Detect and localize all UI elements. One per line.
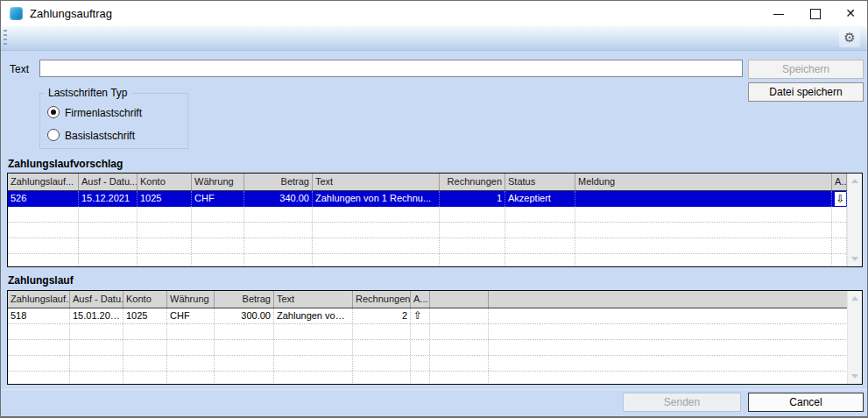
text-input[interactable] — [39, 60, 743, 77]
table-cell — [192, 207, 244, 222]
column-header[interactable]: Ausf - Datu... — [70, 291, 123, 308]
settings-button[interactable]: ⚙ — [839, 28, 860, 47]
gear-icon: ⚙ — [843, 30, 855, 45]
table-cell — [8, 223, 79, 237]
table-cell: ⇧ — [411, 308, 430, 323]
table-body: 52615.12.20211025CHF340.00Zahlungen von … — [8, 191, 862, 267]
table-cell — [167, 356, 215, 371]
column-header[interactable]: Konto — [138, 174, 192, 190]
table-cell — [411, 372, 430, 385]
table-cell: 1025 — [138, 191, 192, 207]
table-body: 51815.01.20211025CHF300.00Zahlungen von … — [8, 308, 862, 385]
column-header[interactable]: Betrag — [215, 291, 274, 308]
column-header[interactable]: Rechnungen — [353, 291, 411, 308]
table-empty-row — [8, 356, 862, 372]
column-header[interactable]: A... — [411, 291, 430, 308]
column-header[interactable]: Währung — [192, 174, 244, 190]
table-cell — [411, 340, 430, 355]
table-empty-row — [8, 254, 862, 267]
column-header[interactable]: Meldung — [575, 174, 832, 190]
table-cell — [832, 207, 847, 222]
column-header[interactable] — [430, 291, 489, 308]
table-cell — [274, 324, 353, 339]
table-cell: 15.01.2021 — [70, 308, 123, 323]
table-empty-row — [8, 372, 862, 385]
table-cell: CHF — [167, 308, 215, 323]
table-cell — [8, 254, 79, 267]
send-button[interactable]: Senden — [623, 393, 741, 412]
radio-selected-icon — [47, 106, 60, 118]
column-header[interactable]: Währung — [167, 291, 215, 308]
toolbar-grip[interactable] — [4, 30, 7, 46]
table-cell — [832, 223, 847, 237]
run-section-title: Zahlungslauf — [8, 274, 74, 287]
table-empty-row — [8, 340, 862, 356]
radio-label: Basislastschrift — [65, 130, 135, 142]
window-title: Zahlungsauftrag — [30, 1, 112, 26]
column-header[interactable]: Zahlungslauf... — [8, 174, 79, 190]
column-header[interactable]: Ausf - Datu... — [79, 174, 138, 190]
column-header[interactable]: A... — [832, 174, 847, 190]
table-cell — [575, 238, 832, 253]
table-cell: 300.00 — [215, 308, 274, 323]
app-icon — [10, 7, 23, 20]
debit-type-groupbox: Lastschriften Typ Firmenlastschrift Basi… — [39, 93, 188, 149]
scroll-up-icon[interactable] — [851, 296, 858, 301]
table-cell — [832, 254, 847, 267]
table-cell — [138, 238, 192, 253]
table-row[interactable]: 52615.12.20211025CHF340.00Zahlungen von … — [8, 191, 862, 207]
table-cell: Zahlungen von 2... — [274, 308, 353, 323]
table-cell — [79, 238, 138, 253]
table-cell — [70, 372, 123, 385]
radio-basislastschrift[interactable]: Basislastschrift — [47, 129, 135, 141]
minimize-icon — [773, 14, 784, 15]
column-header[interactable]: Zahlungslauf... — [8, 291, 70, 308]
table-cell — [138, 254, 192, 267]
vertical-scrollbar[interactable] — [847, 291, 862, 384]
arrow-down-icon: ⇩ — [835, 192, 846, 206]
vertical-scrollbar[interactable] — [847, 174, 862, 266]
arrow-up-icon: ⇧ — [413, 309, 422, 322]
table-cell — [192, 223, 244, 237]
table-cell: 1025 — [123, 308, 167, 323]
table-cell — [70, 340, 123, 355]
table-cell — [440, 207, 505, 222]
radio-label: Firmenlastschrift — [65, 107, 142, 119]
close-button[interactable]: ✕ — [836, 1, 865, 26]
column-header[interactable]: Text — [313, 174, 440, 190]
table-cell: ⇩ — [832, 191, 847, 207]
table-cell — [505, 207, 575, 222]
column-header[interactable]: Betrag — [244, 174, 313, 190]
table-cell — [192, 254, 244, 267]
table-row[interactable]: 51815.01.20211025CHF300.00Zahlungen von … — [8, 308, 862, 324]
table-cell: Zahlungen von 1 Rechnu... — [313, 191, 440, 207]
scroll-down-icon[interactable] — [851, 374, 858, 379]
column-header[interactable]: Text — [274, 291, 353, 308]
text-label: Text — [10, 63, 29, 75]
scroll-up-icon[interactable] — [851, 179, 858, 183]
table-cell — [575, 254, 832, 267]
scroll-down-icon[interactable] — [851, 257, 858, 261]
column-header[interactable]: Rechnungen — [440, 174, 505, 190]
proposal-section-title: Zahlungslaufvorschlag — [8, 158, 123, 170]
table-cell — [575, 207, 832, 222]
maximize-button[interactable] — [801, 1, 830, 26]
save-button[interactable]: Speichern — [748, 60, 864, 79]
minimize-button[interactable] — [764, 1, 794, 26]
column-header[interactable]: Status — [505, 174, 575, 190]
table-cell: 340.00 — [244, 191, 313, 207]
table-cell — [440, 223, 505, 237]
save-file-button[interactable]: Datei speichern — [748, 82, 864, 102]
table-cell — [123, 324, 167, 339]
table-cell — [274, 372, 353, 385]
table-cell — [353, 372, 411, 385]
table-cell — [313, 238, 440, 253]
table-header-row: Zahlungslauf...Ausf - Datu...KontoWährun… — [8, 291, 862, 308]
column-header[interactable]: Konto — [123, 291, 167, 308]
table-empty-row — [8, 223, 862, 238]
table-cell — [138, 207, 192, 222]
table-cell — [353, 356, 411, 371]
cancel-button[interactable]: Cancel — [748, 393, 864, 412]
radio-firmenlastschrift[interactable]: Firmenlastschrift — [47, 106, 142, 118]
table-cell: 526 — [8, 191, 79, 207]
